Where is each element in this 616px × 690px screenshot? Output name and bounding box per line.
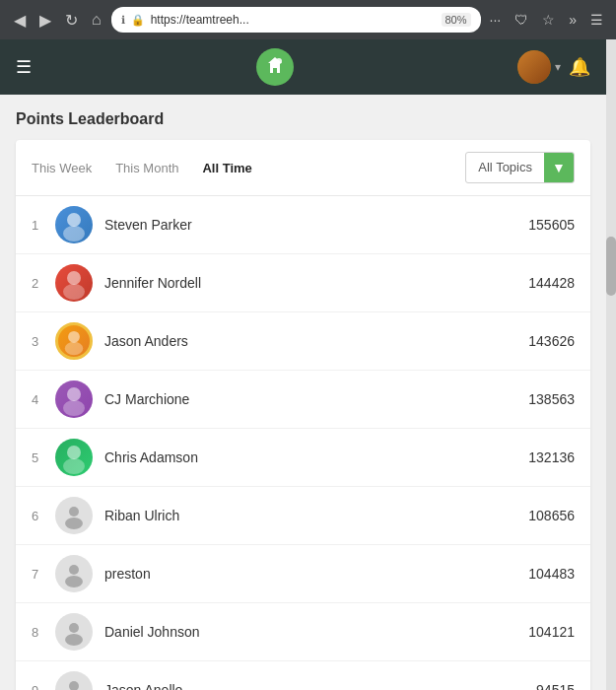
user-avatar-header[interactable]: ▾: [517, 50, 561, 84]
avatar-daniel-johnson: [55, 613, 93, 651]
profile-chevron-icon: ▾: [555, 60, 561, 74]
leaderboard-list: 1 Steven Parker 155605 2: [16, 196, 590, 690]
avatar-svg: [55, 264, 93, 302]
user-name-8: Daniel Johnson: [104, 624, 528, 640]
rank-2: 2: [32, 276, 55, 291]
default-avatar-svg: [60, 502, 88, 529]
svg-point-3: [67, 271, 81, 285]
table-row: 7 preston 104483: [16, 545, 590, 603]
table-row: 8 Daniel Johnson 104121: [16, 603, 590, 661]
avatar-jennifer-nordell: [55, 264, 93, 302]
main-inner: ☰ ▾ 🔔 Points: [0, 39, 606, 690]
tab-this-week[interactable]: This Week: [32, 157, 103, 179]
browser-actions: ··· 🛡 ☆ » ☰: [485, 9, 608, 31]
rank-3: 3: [32, 334, 55, 349]
avatar-steven-parker: [55, 206, 93, 243]
rank-9: 9: [32, 683, 55, 691]
svg-point-12: [65, 518, 83, 529]
svg-point-13: [69, 565, 79, 575]
user-points-6: 108656: [528, 508, 575, 523]
treehouse-logo-svg: [263, 55, 287, 79]
app-logo: [256, 48, 294, 86]
topic-filter-label: All Topics: [466, 152, 544, 183]
info-icon: ℹ: [121, 14, 125, 27]
user-points-8: 104121: [528, 624, 575, 640]
user-points-2: 144428: [528, 275, 575, 291]
user-points-1: 155605: [528, 217, 575, 233]
avatar-cj-marchione: [55, 380, 93, 418]
notifications-bell-icon[interactable]: 🔔: [569, 56, 590, 78]
user-name-4: CJ Marchione: [104, 391, 528, 407]
reload-button[interactable]: ↻: [59, 7, 84, 34]
svg-point-14: [65, 576, 83, 587]
avatar-preston: [55, 555, 93, 592]
svg-point-7: [67, 387, 81, 401]
table-row: 2 Jennifer Nordell 144428: [16, 254, 590, 312]
user-points-7: 104483: [528, 566, 575, 582]
svg-point-5: [68, 331, 80, 343]
lock-icon: 🔒: [131, 14, 145, 27]
topic-filter[interactable]: All Topics ▼: [465, 152, 575, 183]
svg-point-1: [67, 213, 81, 227]
hamburger-button[interactable]: ☰: [16, 56, 32, 78]
user-name-2: Jennifer Nordell: [104, 275, 528, 291]
user-name-1: Steven Parker: [104, 217, 528, 233]
user-name-3: Jason Anders: [104, 333, 528, 349]
extend-button[interactable]: »: [564, 9, 582, 31]
page-title: Points Leaderboard: [16, 110, 590, 128]
svg-point-6: [65, 342, 84, 355]
svg-point-4: [63, 284, 85, 300]
avatar-svg: [55, 439, 93, 476]
back-button[interactable]: ◀: [8, 7, 32, 34]
svg-point-2: [63, 226, 85, 242]
avatar-svg: [58, 322, 90, 360]
scrollbar-thumb: [606, 237, 616, 296]
rank-8: 8: [32, 625, 55, 640]
user-name-6: Riban Ulrich: [104, 508, 528, 523]
user-avatar-img: [517, 50, 551, 84]
avatar-jason-anello: [55, 671, 93, 690]
user-points-4: 138563: [528, 391, 575, 407]
table-row: 1 Steven Parker 155605: [16, 196, 590, 254]
table-row: 4 CJ Marchione 138563: [16, 371, 590, 429]
topic-dropdown-button[interactable]: ▼: [544, 152, 574, 183]
rank-4: 4: [32, 392, 55, 407]
svg-point-9: [67, 446, 81, 459]
table-row: 9 Jason Anello 94515: [16, 661, 590, 690]
address-bar[interactable]: ℹ 🔒 https://teamtreeh... 80%: [111, 7, 481, 33]
svg-point-16: [65, 634, 83, 646]
table-row: 6 Riban Ulrich 108656: [16, 487, 590, 545]
bookmark-icon[interactable]: ☆: [537, 9, 560, 31]
svg-point-8: [63, 400, 85, 416]
rank-7: 7: [32, 567, 55, 582]
default-avatar-svg: [60, 618, 88, 646]
side-scrollbar[interactable]: [606, 39, 616, 690]
home-button[interactable]: ⌂: [86, 7, 107, 33]
user-points-5: 132136: [528, 449, 575, 465]
table-row: 5 Chris Adamson 132136: [16, 429, 590, 487]
browser-chrome: ◀ ▶ ↻ ⌂ ℹ 🔒 https://teamtreeh... 80% ···…: [0, 0, 616, 39]
logo-icon: [256, 48, 294, 86]
leaderboard-card: This Week This Month All Time All Topics…: [16, 140, 590, 690]
avatar-chris-adamson: [55, 439, 93, 476]
page-content: Points Leaderboard This Week This Month …: [0, 95, 606, 690]
tab-all-time[interactable]: All Time: [190, 157, 263, 179]
shield-icon: 🛡: [510, 9, 533, 31]
chevron-down-icon: ▼: [552, 160, 566, 175]
tabs-row: This Week This Month All Time All Topics…: [16, 140, 590, 196]
avatar-riban-ulrich: [55, 497, 93, 534]
avatar-svg: [55, 206, 93, 243]
svg-point-11: [69, 507, 79, 517]
tab-this-month[interactable]: This Month: [103, 157, 190, 179]
rank-6: 6: [32, 509, 55, 523]
rank-1: 1: [32, 218, 55, 233]
forward-button[interactable]: ▶: [34, 7, 57, 34]
menu-button[interactable]: ☰: [585, 9, 608, 31]
default-avatar-svg: [60, 560, 88, 587]
more-button[interactable]: ···: [485, 9, 507, 31]
tabs-container: This Week This Month All Time: [32, 157, 264, 179]
avatar-image: [517, 50, 551, 84]
address-text: https://teamtreeh...: [151, 13, 436, 27]
svg-point-15: [69, 623, 79, 633]
default-avatar-svg: [60, 676, 88, 690]
